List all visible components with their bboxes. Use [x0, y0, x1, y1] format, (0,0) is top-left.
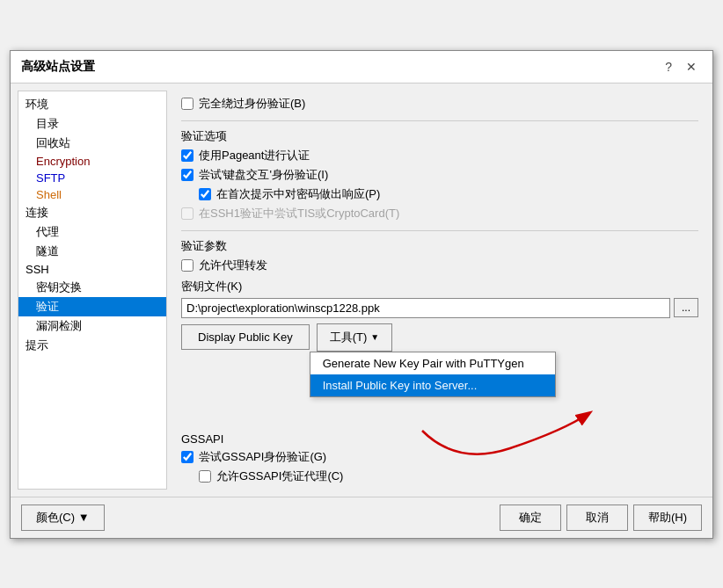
bypass-auth-checkbox[interactable]: [181, 98, 194, 110]
tools-button[interactable]: 工具(T) ▼: [317, 323, 393, 352]
gssapi-delegate-label: 允许GSSAPI凭证代理(C): [216, 468, 343, 484]
keyboard-checkbox[interactable]: [181, 169, 194, 181]
pageant-checkbox[interactable]: [181, 149, 194, 162]
auth-options-label: 验证选项: [181, 128, 698, 144]
dialog-body: 环境 目录 回收站 Encryption SFTP Shell 连接 代理 隧道…: [11, 83, 712, 497]
title-bar-controls: ? ✕: [660, 58, 702, 76]
sidebar-item-env[interactable]: 环境: [18, 95, 166, 114]
sidebar-item-proxy[interactable]: 代理: [18, 222, 166, 242]
help-title-button[interactable]: ?: [660, 58, 677, 76]
respond-checkbox[interactable]: [199, 188, 211, 200]
sidebar: 环境 目录 回收站 Encryption SFTP Shell 连接 代理 隧道…: [18, 91, 167, 490]
auth-params-section: 验证参数 允许代理转发 密钥文件(K) ... Display Public K…: [181, 230, 698, 352]
title-bar: 高级站点设置 ? ✕: [11, 51, 712, 83]
bypass-auth-label: 完全绕过身份验证(B): [199, 96, 305, 112]
display-key-button[interactable]: Display Public Key: [181, 324, 310, 350]
gssapi-label: GSSAPI: [181, 432, 698, 446]
respond-label: 在首次提示中对密码做出响应(P): [216, 186, 380, 202]
dropdown-item-install[interactable]: Install Public Key into Server...: [310, 374, 555, 396]
sidebar-item-ssh[interactable]: SSH: [18, 261, 166, 278]
sidebar-item-bugs[interactable]: 漏洞检测: [18, 316, 166, 336]
footer: 颜色(C) ▼ 确定 取消 帮助(H): [11, 497, 712, 538]
cancel-button[interactable]: 取消: [566, 505, 628, 531]
tools-label: 工具(T): [330, 330, 368, 345]
keyboard-row: 尝试'键盘交互'身份验证(I): [181, 165, 698, 185]
close-title-button[interactable]: ✕: [681, 58, 702, 76]
main-content: 完全绕过身份验证(B) 验证选项 使用Pageant进行认证 尝试'键盘交互'身…: [174, 91, 705, 490]
gssapi-delegate-checkbox[interactable]: [199, 470, 211, 483]
sidebar-item-tips[interactable]: 提示: [18, 336, 166, 355]
sidebar-item-auth[interactable]: 验证: [18, 297, 166, 316]
pageant-row: 使用Pageant进行认证: [181, 146, 698, 165]
sidebar-item-dir[interactable]: 目录: [18, 114, 166, 134]
sidebar-item-connect[interactable]: 连接: [18, 203, 166, 222]
action-row: Display Public Key 工具(T) ▼ Generate New …: [181, 323, 698, 352]
key-file-input[interactable]: [181, 298, 670, 318]
key-file-row: ...: [181, 298, 698, 318]
auth-params-label: 验证参数: [181, 238, 698, 254]
gssapi-delegate-row: 允许GSSAPI凭证代理(C): [199, 467, 698, 486]
sidebar-item-recycle[interactable]: 回收站: [18, 134, 166, 153]
gssapi-section: GSSAPI 尝试GSSAPI身份验证(G) 允许GSSAPI凭证代理(C): [181, 429, 698, 486]
color-label: 颜色(C): [36, 511, 75, 524]
ssh1-label: 在SSH1验证中尝试TIS或CryptoCard(T): [199, 206, 399, 221]
sidebar-item-sftp[interactable]: SFTP: [18, 170, 166, 186]
color-dropdown-arrow: ▼: [78, 511, 90, 524]
allow-agent-checkbox[interactable]: [181, 259, 194, 272]
color-button[interactable]: 颜色(C) ▼: [21, 505, 105, 531]
gssapi-auth-checkbox[interactable]: [181, 451, 194, 463]
sidebar-item-encryption[interactable]: Encryption: [18, 153, 166, 170]
keyboard-label: 尝试'键盘交互'身份验证(I): [199, 167, 328, 183]
tools-dropdown-arrow: ▼: [370, 332, 379, 342]
respond-row: 在首次提示中对密码做出响应(P): [199, 185, 698, 204]
bypass-auth-row: 完全绕过身份验证(B): [181, 94, 698, 113]
gssapi-auth-row: 尝试GSSAPI身份验证(G): [181, 447, 698, 467]
gssapi-auth-label: 尝试GSSAPI身份验证(G): [199, 449, 326, 465]
tools-dropdown-menu: Generate New Key Pair with PuTTYgen Inst…: [310, 352, 556, 397]
allow-agent-row: 允许代理转发: [181, 256, 698, 275]
sidebar-item-shell[interactable]: Shell: [18, 186, 166, 203]
ssh1-checkbox[interactable]: [181, 207, 194, 220]
dropdown-item-generate[interactable]: Generate New Key Pair with PuTTYgen: [310, 352, 555, 374]
sidebar-item-tunnel[interactable]: 隧道: [18, 242, 166, 261]
tools-container: 工具(T) ▼ Generate New Key Pair with PuTTY…: [310, 323, 393, 352]
auth-options-section: 验证选项 使用Pageant进行认证 尝试'键盘交互'身份验证(I) 在首次提示…: [181, 120, 698, 223]
pageant-label: 使用Pageant进行认证: [199, 148, 310, 163]
footer-left: 颜色(C) ▼: [21, 505, 105, 531]
dialog-title: 高级站点设置: [21, 59, 95, 75]
ok-button[interactable]: 确定: [500, 505, 561, 531]
advanced-site-settings-dialog: 高级站点设置 ? ✕ 环境 目录 回收站 Encryption SFTP She…: [10, 50, 713, 539]
key-file-label: 密钥文件(K): [181, 279, 698, 294]
sidebar-item-keyexchange[interactable]: 密钥交换: [18, 278, 166, 297]
ssh1-row: 在SSH1验证中尝试TIS或CryptoCard(T): [181, 204, 698, 223]
allow-agent-label: 允许代理转发: [199, 258, 267, 273]
browse-button[interactable]: ...: [674, 298, 698, 317]
help-button[interactable]: 帮助(H): [633, 505, 702, 531]
